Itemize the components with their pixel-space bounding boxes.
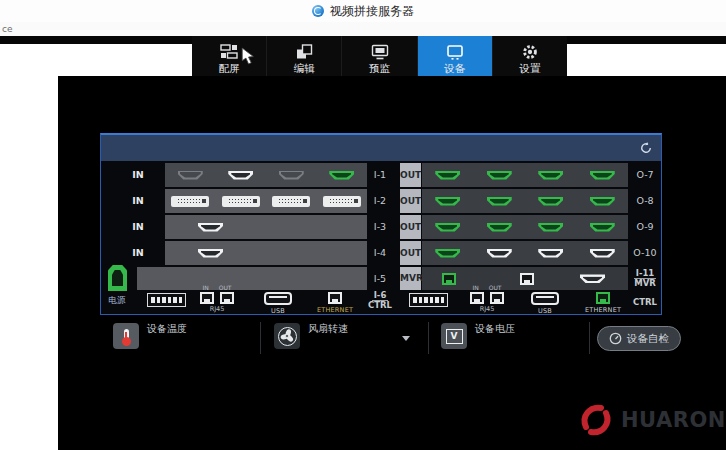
rj45-group: IN OUT RJ45 — [470, 284, 504, 313]
hdmi-green-port — [435, 197, 460, 206]
usb-group: USB — [264, 292, 292, 315]
preview-monitor-icon — [370, 43, 390, 61]
rj45-out-label: OUT — [219, 284, 232, 291]
toolbar-button-label: 编辑 — [294, 63, 315, 74]
toolbar-button-screen-config[interactable]: 配屏 — [192, 36, 267, 80]
ethernet-port-active — [596, 292, 610, 304]
row-label: I-1 — [368, 163, 392, 187]
terminal-block-connector — [409, 293, 448, 307]
input-row — [137, 267, 367, 290]
rj45-in-port — [470, 292, 484, 304]
hdmi-green-port — [590, 197, 615, 206]
status-label: 设备电压 — [475, 323, 515, 335]
hdmi-green-port — [435, 171, 460, 180]
terminal-block-connector — [147, 293, 186, 307]
usb-label: USB — [271, 307, 285, 315]
input-row — [165, 241, 367, 265]
gear-icon — [520, 43, 540, 61]
hdmi-dim-port — [279, 171, 304, 180]
fan-icon — [274, 323, 300, 349]
eth-green-port — [442, 273, 456, 285]
edit-layers-icon — [294, 43, 314, 61]
hdmi-green-port — [590, 171, 615, 180]
out-strip-label: OUT — [400, 189, 421, 213]
row-label: I-4 — [368, 241, 392, 265]
out-strip-label: OUT — [400, 163, 421, 187]
hdmi-green-port — [590, 223, 615, 232]
row-label: O-8 — [630, 189, 660, 213]
usb-port — [264, 292, 292, 305]
rj45-in-label: IN — [472, 284, 478, 291]
eth-outline-port — [520, 273, 534, 285]
mvr-row — [422, 267, 628, 290]
rj45-out-label: OUT — [489, 284, 502, 291]
self-check-icon — [609, 332, 622, 345]
status-value: 正常 — [475, 336, 515, 349]
power-label: 电源 — [101, 295, 133, 307]
power-connector — [108, 265, 127, 291]
divider — [428, 322, 429, 354]
toolbar-button-edit[interactable]: 编辑 — [267, 36, 342, 80]
input-row — [165, 163, 367, 187]
hdmi-white-port — [590, 249, 615, 258]
brand-logo: HUARONG — [576, 400, 726, 440]
brand-logo-text: HUARONG — [621, 408, 726, 432]
ethernet-label: ETHERNET — [317, 306, 353, 314]
toolbar-button-device[interactable]: 设备 — [418, 36, 493, 80]
usb-group: USB — [531, 292, 559, 315]
hdmi-dim-port — [178, 171, 203, 180]
device-rear-panel: 电源 IN IN IN IN I-1 I-2 I-3 I-4 I-5 OUT O… — [100, 133, 662, 315]
dvi-port — [272, 196, 310, 207]
ctrl-id-label: I-6 CTRL — [364, 289, 396, 311]
rj45-label: RJ45 — [210, 305, 225, 313]
output-row — [422, 215, 628, 239]
toolbar-button-label: 预监 — [369, 63, 390, 74]
dvi-port — [323, 196, 361, 207]
toolbar-button-label: 设置 — [519, 63, 540, 74]
status-fan-speed: 风扇转速 正常 — [274, 323, 348, 349]
hdmi-green-port — [435, 249, 460, 258]
thermometer-icon — [113, 323, 139, 349]
row-label: O-7 — [630, 163, 660, 187]
usb-port — [531, 292, 559, 305]
mvr-id-label: I-11 MVR — [630, 265, 660, 291]
usb-label: USB — [538, 307, 552, 315]
hdmi-white-port — [538, 249, 563, 258]
panel-body: 电源 IN IN IN IN I-1 I-2 I-3 I-4 I-5 OUT O… — [101, 161, 661, 313]
hdmi-green-port — [487, 223, 512, 232]
hdmi-green-port — [538, 171, 563, 180]
app-window: 视频拼接服务器 ce 配屏 编辑 — [0, 0, 726, 450]
hdmi-white-port — [580, 274, 605, 283]
toolbar-button-label: 设备 — [444, 63, 465, 74]
self-check-button[interactable]: 设备自检 — [597, 326, 681, 351]
refresh-icon[interactable] — [639, 141, 653, 155]
rj45-label: RJ45 — [480, 305, 495, 313]
hdmi-white-port — [228, 171, 253, 180]
toolbar-button-preview[interactable]: 预监 — [342, 36, 417, 80]
ethernet-label: ETHERNET — [585, 306, 621, 314]
huarong-swirl-icon — [576, 400, 616, 440]
row-label: I-3 — [368, 215, 392, 239]
rj45-out-port — [220, 292, 234, 304]
row-label: I-5 — [368, 267, 392, 290]
hdmi-white-port — [198, 223, 223, 232]
input-row — [165, 189, 367, 213]
panel-header — [101, 135, 661, 161]
app-logo-icon — [312, 5, 324, 17]
hdmi-white-port — [198, 249, 223, 258]
divider — [589, 322, 590, 354]
screen-config-icon — [219, 43, 239, 61]
hdmi-green-port — [329, 171, 354, 180]
device-icon — [445, 43, 465, 61]
status-value: 正常 — [308, 336, 348, 349]
input-row — [165, 215, 367, 239]
fan-dropdown-caret[interactable] — [402, 336, 410, 341]
output-row — [422, 189, 628, 213]
output-row — [422, 163, 628, 187]
voltage-icon: V — [441, 323, 467, 349]
toolbar-button-settings[interactable]: 设置 — [493, 36, 567, 80]
status-voltage: V 设备电压 正常 — [441, 323, 515, 349]
status-label: 设备温度 — [147, 323, 187, 335]
hdmi-green-port — [538, 197, 563, 206]
in-label: IN — [125, 215, 151, 239]
